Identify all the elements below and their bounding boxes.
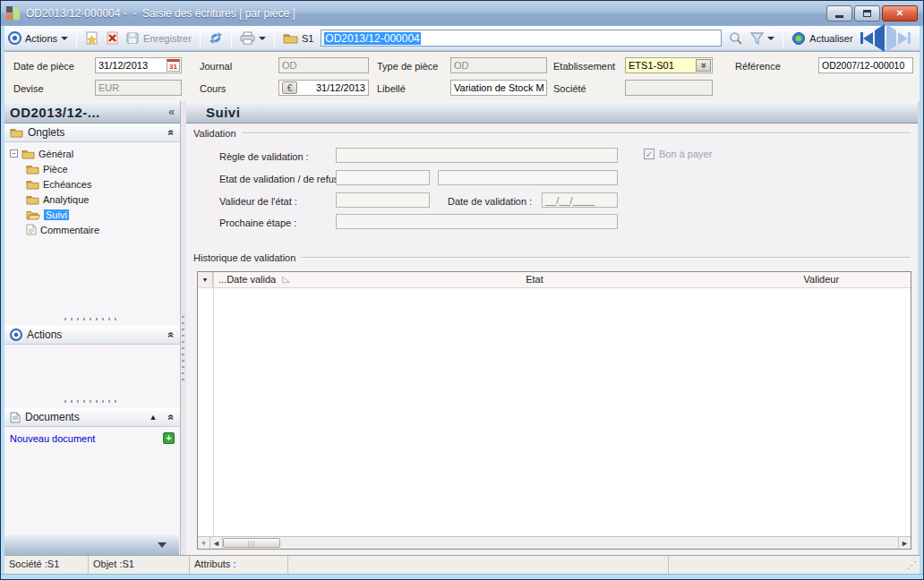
- titlebar[interactable]: OD2013/12-000004 - - Saisie des écriture…: [1, 1, 923, 25]
- panel-drag-handle[interactable]: [64, 400, 120, 403]
- collapse-panel-icon[interactable]: «: [166, 332, 178, 338]
- scrollbar-thumb[interactable]: |||: [223, 538, 280, 548]
- collapse-node-icon[interactable]: −: [10, 149, 18, 158]
- target-icon: [10, 328, 22, 341]
- actualiser-button[interactable]: Actualiser: [788, 30, 856, 47]
- restore-icon: [863, 10, 871, 17]
- societe-field[interactable]: [625, 80, 713, 96]
- toolbar-separator: [231, 30, 232, 47]
- reference-field[interactable]: OD2007/12-000010: [818, 57, 913, 73]
- restore-button[interactable]: [854, 5, 880, 21]
- etat-validation-field[interactable]: [336, 170, 430, 185]
- table-menu-button[interactable]: ▼: [198, 272, 213, 287]
- type-piece-field[interactable]: OD: [450, 57, 547, 73]
- scroll-up-icon[interactable]: ▲: [149, 413, 157, 422]
- column-header-etat[interactable]: Etat: [526, 274, 543, 285]
- sidebar: OD2013/12-... « Onglets « − Général: [4, 101, 181, 555]
- sidebar-scroll-bar[interactable]: [4, 534, 179, 555]
- resize-grip-icon[interactable]: ⋰: [904, 556, 920, 574]
- valideur-etat-field[interactable]: [336, 192, 430, 208]
- onglets-panel-title: Onglets: [28, 126, 64, 139]
- refresh-button[interactable]: [205, 30, 227, 47]
- scroll-left-icon[interactable]: ◄: [210, 537, 223, 549]
- nav-last-button[interactable]: [898, 32, 911, 45]
- close-button[interactable]: ✕: [882, 5, 918, 21]
- regle-validation-field[interactable]: [336, 148, 618, 163]
- new-record-button[interactable]: [81, 30, 102, 47]
- print-icon: [240, 31, 255, 45]
- tree-item-piece[interactable]: Pièce: [10, 161, 178, 176]
- date-validation-field[interactable]: __/__/____: [542, 192, 618, 208]
- calendar-icon[interactable]: 31: [167, 59, 180, 72]
- chevron-down-icon: [61, 37, 68, 44]
- document-icon: [10, 412, 21, 423]
- journal-field[interactable]: OD: [278, 57, 369, 73]
- documents-panel-title: Documents: [25, 411, 80, 423]
- collapse-sidebar-icon[interactable]: «: [168, 106, 175, 118]
- collapse-panel-icon[interactable]: «: [166, 414, 178, 421]
- filter-button[interactable]: [747, 30, 778, 47]
- save-button[interactable]: Enregistrer: [123, 30, 195, 47]
- search-button[interactable]: [725, 30, 747, 47]
- company-folder-button[interactable]: S1: [279, 30, 317, 46]
- horizontal-scrollbar[interactable]: + ◄ ||| ►: [198, 536, 911, 549]
- delete-record-button[interactable]: [102, 30, 123, 47]
- tree-item-general[interactable]: − Général: [10, 146, 178, 161]
- collapse-panel-icon[interactable]: «: [166, 130, 178, 136]
- nav-last-icon: [898, 32, 908, 45]
- tree-item-echeances[interactable]: Echéances: [10, 176, 178, 192]
- panel-drag-handle[interactable]: [64, 318, 120, 320]
- window-right-border: [920, 26, 923, 579]
- devise-field[interactable]: EUR: [95, 80, 182, 96]
- bon-a-payer-checkbox[interactable]: ✓: [644, 149, 654, 159]
- record-search-input[interactable]: OD2013/12-000004: [321, 30, 722, 47]
- cours-field[interactable]: € 31/12/2013: [278, 80, 369, 96]
- journal-label: Journal: [200, 61, 232, 72]
- scrollbar-track[interactable]: [280, 537, 898, 549]
- toolbar-separator: [783, 30, 783, 47]
- actions-menu-button[interactable]: Actions: [21, 31, 72, 46]
- bon-a-payer-row: ✓ Bon à payer: [644, 149, 712, 159]
- add-document-icon[interactable]: +: [163, 432, 175, 444]
- libelle-value: Variation de Stock M: [454, 82, 544, 93]
- lookup-chevrons-icon[interactable]: «: [696, 59, 711, 72]
- document-icon: [26, 224, 37, 235]
- etablissement-field[interactable]: ETS1-S01 «: [625, 57, 713, 73]
- etat-refus-field[interactable]: [438, 170, 618, 185]
- historique-table-header: ▼ ...Date valida Etat Valideur: [198, 272, 911, 288]
- minimize-button[interactable]: [826, 5, 852, 21]
- window-title: OD2013/12-000004 - - Saisie des écriture…: [26, 7, 295, 20]
- tree-item-suivi[interactable]: Suivi: [10, 207, 178, 222]
- date-piece-value: 31/12/2013: [98, 60, 148, 71]
- euro-icon[interactable]: €: [282, 81, 297, 94]
- valideur-etat-label: Valideur de l'état :: [219, 196, 297, 207]
- reload-icon: [791, 31, 806, 46]
- type-piece-label: Type de pièce: [377, 61, 439, 72]
- nav-previous-button[interactable]: [875, 30, 885, 47]
- folder-icon: [26, 179, 39, 190]
- libelle-field[interactable]: Variation de Stock M: [450, 80, 547, 96]
- prochaine-etape-field[interactable]: [336, 214, 618, 229]
- tree-item-analytique[interactable]: Analytique: [10, 192, 178, 207]
- tree-item-commentaire[interactable]: Commentaire: [10, 222, 178, 237]
- scroll-right-icon[interactable]: ►: [898, 537, 911, 549]
- date-piece-field[interactable]: 31/12/2013 31: [95, 57, 182, 73]
- add-row-button[interactable]: +: [198, 537, 210, 549]
- chevron-down-icon: [259, 37, 266, 44]
- save-button-label: Enregistrer: [143, 33, 192, 44]
- tree-item-label: Commentaire: [40, 225, 99, 235]
- nav-first-button[interactable]: [860, 32, 873, 45]
- filter-icon: [750, 32, 764, 45]
- column-header-date[interactable]: ...Date valida: [218, 274, 291, 285]
- splitter-drag-handle[interactable]: [182, 314, 184, 380]
- nav-next-button[interactable]: [886, 30, 896, 47]
- reference-value: OD2007/12-000010: [822, 60, 904, 71]
- column-header-valideur[interactable]: Valideur: [804, 274, 840, 285]
- new-document-link[interactable]: Nouveau document: [10, 433, 95, 444]
- onglets-panel-header[interactable]: Onglets «: [4, 124, 180, 142]
- print-button[interactable]: [236, 30, 270, 47]
- company-folder-label: S1: [302, 33, 313, 44]
- documents-panel-header[interactable]: Documents ▲ «: [4, 408, 180, 427]
- actions-panel-header[interactable]: Actions «: [4, 326, 180, 345]
- folder-icon: [10, 127, 23, 138]
